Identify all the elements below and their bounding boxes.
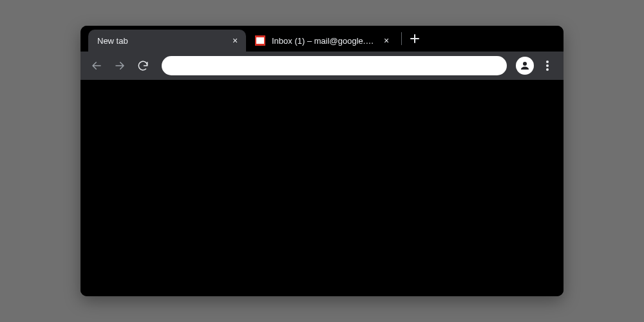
close-icon[interactable]: × [382,36,391,45]
svg-point-3 [546,68,549,71]
address-bar[interactable] [162,56,507,75]
svg-point-1 [546,61,549,63]
tab-gmail-inbox[interactable]: Inbox (1) – mail@google.com × [246,30,397,52]
svg-point-2 [546,64,549,67]
new-tab-button[interactable] [406,30,424,48]
tab-title: Inbox (1) – mail@google.com [272,36,375,46]
tab-separator [401,32,402,45]
arrow-right-icon [114,60,126,71]
plus-icon [410,34,419,43]
menu-button[interactable] [538,56,557,75]
tab-title: New tab [97,36,224,46]
toolbar [80,52,564,80]
svg-point-0 [523,62,527,66]
forward-button[interactable] [110,56,129,75]
profile-button[interactable] [516,57,534,75]
browser-window: New tab × Inbox (1) – mail@google.com × [80,26,564,296]
gmail-icon [255,35,265,46]
arrow-left-icon [91,60,102,71]
reload-icon [137,60,149,71]
person-icon [519,60,531,71]
reload-button[interactable] [133,56,153,75]
kebab-menu-icon [546,61,549,71]
tab-new-tab[interactable]: New tab × [88,30,246,52]
tab-strip: New tab × Inbox (1) – mail@google.com × [80,26,564,52]
page-content [80,80,564,296]
close-icon[interactable]: × [231,36,240,45]
back-button[interactable] [87,56,106,75]
